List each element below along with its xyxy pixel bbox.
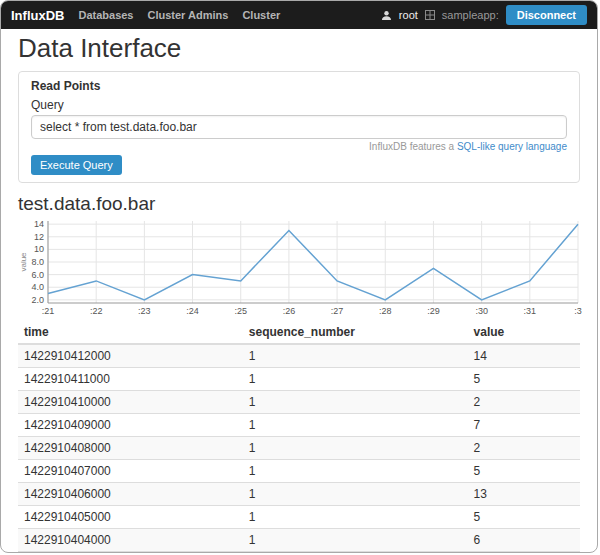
disconnect-button[interactable]: Disconnect <box>506 5 587 25</box>
column-header-value: value <box>468 321 580 344</box>
table-row: 1422910406000113 <box>18 483 580 506</box>
column-header-sequence_number: sequence_number <box>243 321 468 344</box>
svg-text::22: :22 <box>90 306 103 316</box>
table-cell: 13 <box>468 483 580 506</box>
results-table: timesequence_numbervalue 142291041200011… <box>18 321 580 553</box>
column-header-time: time <box>18 321 243 344</box>
table-cell: 1 <box>243 460 468 483</box>
navbar: InfluxDB DatabasesCluster AdminsCluster … <box>1 1 597 29</box>
app-window: InfluxDB DatabasesCluster AdminsCluster … <box>0 0 598 553</box>
svg-text::3: :3 <box>574 306 582 316</box>
table-cell: 1 <box>243 483 468 506</box>
table-cell: 5 <box>468 506 580 529</box>
table-body: 1422910412000114142291041100015142291041… <box>18 344 580 553</box>
svg-text:8.0: 8.0 <box>31 257 44 267</box>
svg-text::29: :29 <box>427 306 440 316</box>
hint-text: InfluxDB features a <box>369 141 457 152</box>
series-title: test.data.foo.bar <box>18 193 580 215</box>
results-table-wrap: timesequence_numbervalue 142291041200011… <box>18 321 580 553</box>
app-icon <box>425 10 435 20</box>
table-cell: 1422910405000 <box>18 506 243 529</box>
table-cell: 1422910411000 <box>18 368 243 391</box>
table-row: 142291041000012 <box>18 391 580 414</box>
table-row: 142291040800012 <box>18 437 580 460</box>
svg-text::24: :24 <box>186 306 199 316</box>
query-hint: InfluxDB features a SQL-like query langu… <box>31 141 567 152</box>
query-label: Query <box>31 98 567 112</box>
table-cell: 1 <box>243 368 468 391</box>
table-cell: 2 <box>468 391 580 414</box>
table-cell: 14 <box>468 344 580 368</box>
panel-legend: Read Points <box>31 79 567 93</box>
table-cell: 1422910408000 <box>18 437 243 460</box>
svg-text:4.0: 4.0 <box>31 282 44 292</box>
svg-text::30: :30 <box>475 306 488 316</box>
svg-text:2.0: 2.0 <box>31 295 44 305</box>
table-cell: 1 <box>243 529 468 552</box>
table-row: 142291040400016 <box>18 529 580 552</box>
svg-text::27: :27 <box>331 306 344 316</box>
table-cell: 1422910403000 <box>18 552 243 554</box>
svg-text:12: 12 <box>34 232 44 242</box>
table-row: 142291040700015 <box>18 460 580 483</box>
svg-text:6.0: 6.0 <box>31 270 44 280</box>
navbar-item-cluster-admins[interactable]: Cluster Admins <box>148 9 229 21</box>
user-label: root <box>399 9 418 21</box>
table-row: 1422910403000 <box>18 552 580 554</box>
chart-container: :21:22:23:24:25:26:27:28:29:30:31:32.04.… <box>18 217 580 317</box>
table-cell <box>468 552 580 554</box>
table-cell: 7 <box>468 414 580 437</box>
svg-text::25: :25 <box>234 306 247 316</box>
table-cell: 1422910410000 <box>18 391 243 414</box>
svg-text:value: value <box>19 252 28 272</box>
table-cell: 1 <box>243 437 468 460</box>
table-cell: 1 <box>243 506 468 529</box>
page-title: Data Interface <box>18 33 580 63</box>
table-header-row: timesequence_numbervalue <box>18 321 580 344</box>
svg-text::28: :28 <box>379 306 392 316</box>
table-cell: 5 <box>468 368 580 391</box>
table-cell: 1422910412000 <box>18 344 243 368</box>
svg-text:14: 14 <box>34 219 44 229</box>
table-row: 1422910412000114 <box>18 344 580 368</box>
query-input[interactable] <box>31 115 567 139</box>
svg-text::31: :31 <box>524 306 537 316</box>
execute-query-button[interactable]: Execute Query <box>31 155 122 175</box>
table-row: 142291041100015 <box>18 368 580 391</box>
app-label: sampleapp: <box>442 9 499 21</box>
svg-text::26: :26 <box>283 306 296 316</box>
table-cell: 1422910407000 <box>18 460 243 483</box>
table-row: 142291040900017 <box>18 414 580 437</box>
navbar-item-cluster[interactable]: Cluster <box>242 9 280 21</box>
table-cell: 1 <box>243 414 468 437</box>
svg-text::23: :23 <box>138 306 151 316</box>
table-cell: 1 <box>243 344 468 368</box>
table-cell: 2 <box>468 437 580 460</box>
brand[interactable]: InfluxDB <box>11 8 64 23</box>
svg-text:10: 10 <box>34 244 44 254</box>
read-points-panel: Read Points Query InfluxDB features a SQ… <box>18 71 580 183</box>
navbar-item-databases[interactable]: Databases <box>78 9 133 21</box>
table-cell: 1422910406000 <box>18 483 243 506</box>
navbar-menu: DatabasesCluster AdminsCluster <box>78 9 280 21</box>
table-row: 142291040500015 <box>18 506 580 529</box>
table-cell: 1422910409000 <box>18 414 243 437</box>
navbar-right: root sampleapp: Disconnect <box>381 5 587 25</box>
svg-text::21: :21 <box>42 306 55 316</box>
table-cell: 6 <box>468 529 580 552</box>
user-icon <box>381 10 392 21</box>
table-cell <box>243 552 468 554</box>
table-cell: 1 <box>243 391 468 414</box>
main-content: Data Interface Read Points Query InfluxD… <box>1 29 597 553</box>
table-cell: 5 <box>468 460 580 483</box>
line-chart: :21:22:23:24:25:26:27:28:29:30:31:32.04.… <box>18 217 584 317</box>
sql-query-language-link[interactable]: SQL-like query language <box>457 141 567 152</box>
table-cell: 1422910404000 <box>18 529 243 552</box>
